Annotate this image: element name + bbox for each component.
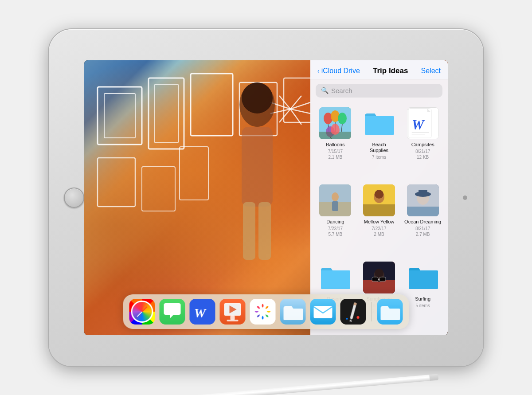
svg-point-31 [338, 113, 347, 124]
search-icon: 🔍 [321, 87, 329, 94]
svg-point-82 [357, 316, 360, 319]
dock: W [123, 294, 409, 329]
screen-content: ‹ iCloud Drive Trip Ideas Select 🔍 Searc… [84, 60, 448, 335]
file-name-campsites: Campsites [411, 142, 434, 148]
file-item-mellow-yellow[interactable]: Mellow Yellow 7/22/172 MB [359, 181, 400, 255]
file-thumb-campsites: W [407, 107, 439, 139]
file-meta-beach: 7 items [372, 154, 386, 160]
file-name-mellow: Mellow Yellow [364, 219, 394, 225]
svg-rect-77 [314, 306, 332, 318]
dock-separator [372, 302, 372, 321]
svg-point-46 [332, 192, 339, 201]
dock-app-files[interactable] [280, 299, 306, 325]
home-button[interactable] [64, 188, 84, 208]
files-nav: ‹ iCloud Drive Trip Ideas Select [310, 60, 448, 79]
file-name-balloons: Balloons [326, 142, 344, 148]
file-name-surfing: Surfing [415, 296, 430, 302]
file-thumb-resorts [319, 262, 351, 293]
svg-point-74 [260, 309, 266, 315]
svg-rect-26 [243, 202, 255, 260]
dock-app-messages[interactable] [160, 299, 185, 325]
svg-rect-71 [231, 316, 235, 320]
ipad-shell: ‹ iCloud Drive Trip Ideas Select 🔍 Searc… [49, 29, 483, 366]
dock-app-word[interactable]: W [190, 299, 215, 325]
file-thumb-surfing [407, 262, 439, 293]
svg-rect-22 [180, 147, 208, 200]
svg-rect-4 [191, 74, 233, 136]
file-thumb-dancing [319, 184, 351, 216]
search-bar[interactable]: 🔍 Search [316, 84, 442, 98]
file-meta-campsites: 8/21/1712 KB [415, 149, 430, 160]
ipad-screen: ‹ iCloud Drive Trip Ideas Select 🔍 Searc… [84, 60, 448, 335]
dock-app-photos[interactable] [250, 299, 276, 325]
file-item-beach-supplies[interactable]: BeachSupplies 7 items [359, 104, 400, 178]
svg-rect-61 [372, 277, 378, 282]
camera-dot [463, 196, 467, 200]
svg-text:W: W [194, 305, 207, 320]
file-meta-ocean: 8/21/172.7 MB [415, 226, 430, 237]
file-item-balloons[interactable]: Balloons 7/15/172.1 MB [315, 104, 356, 178]
svg-point-83 [346, 318, 348, 320]
search-placeholder-text: Search [331, 87, 352, 94]
back-button[interactable]: ‹ iCloud Drive [317, 67, 360, 75]
back-label: iCloud Drive [321, 67, 360, 75]
file-thumb-ocean [407, 184, 439, 216]
files-panel: ‹ iCloud Drive Trip Ideas Select 🔍 Searc… [310, 60, 448, 335]
chevron-left-icon: ‹ [317, 67, 320, 74]
dock-app-mail[interactable] [310, 299, 336, 325]
file-thumb-sunglasses [363, 262, 395, 293]
file-meta-surfing: 5 items [416, 303, 430, 309]
file-thumb-beach-supplies [363, 107, 395, 139]
svg-text:W: W [411, 117, 425, 132]
svg-rect-47 [332, 201, 338, 211]
dock-app-browse[interactable]: Browse [377, 299, 403, 325]
svg-rect-27 [258, 202, 271, 260]
file-thumb-mellow [363, 184, 395, 216]
pencil-body [151, 375, 430, 395]
folder-title: Trip Ideas [373, 66, 408, 75]
dock-app-safari[interactable] [129, 299, 155, 325]
svg-rect-21 [142, 167, 175, 211]
svg-rect-20 [98, 158, 135, 207]
file-meta-dancing: 7/22/175.7 MB [328, 226, 343, 237]
dock-app-pencil-app[interactable] [340, 299, 366, 325]
svg-rect-56 [419, 190, 427, 195]
dock-app-keynote[interactable] [220, 299, 246, 325]
svg-point-60 [375, 269, 383, 278]
select-button[interactable]: Select [421, 67, 441, 75]
svg-rect-58 [363, 280, 395, 293]
svg-point-24 [242, 82, 273, 113]
file-item-ocean[interactable]: Ocean Dreaming 8/21/172.7 MB [402, 181, 443, 255]
file-thumb-balloons [319, 107, 351, 139]
svg-rect-3 [154, 85, 179, 142]
file-meta-balloons: 7/15/172.1 MB [328, 149, 343, 160]
apple-pencil [137, 371, 439, 395]
pencil-end [429, 374, 438, 381]
svg-rect-1 [104, 94, 135, 138]
file-name-ocean: Ocean Dreaming [404, 219, 441, 225]
svg-rect-53 [407, 207, 439, 216]
file-name-dancing: Dancing [326, 219, 344, 225]
svg-rect-37 [319, 132, 351, 139]
svg-point-51 [375, 190, 383, 199]
svg-rect-49 [363, 204, 395, 216]
svg-rect-25 [242, 127, 273, 207]
file-meta-mellow: 7/22/172 MB [372, 226, 386, 237]
file-item-dancing[interactable]: Dancing 7/22/175.7 MB [315, 181, 356, 255]
svg-rect-62 [379, 277, 386, 282]
svg-rect-72 [227, 320, 239, 321]
file-name-beach: BeachSupplies [370, 142, 388, 153]
file-item-campsites[interactable]: W Campsites 8/21/1712 KB [402, 104, 443, 178]
